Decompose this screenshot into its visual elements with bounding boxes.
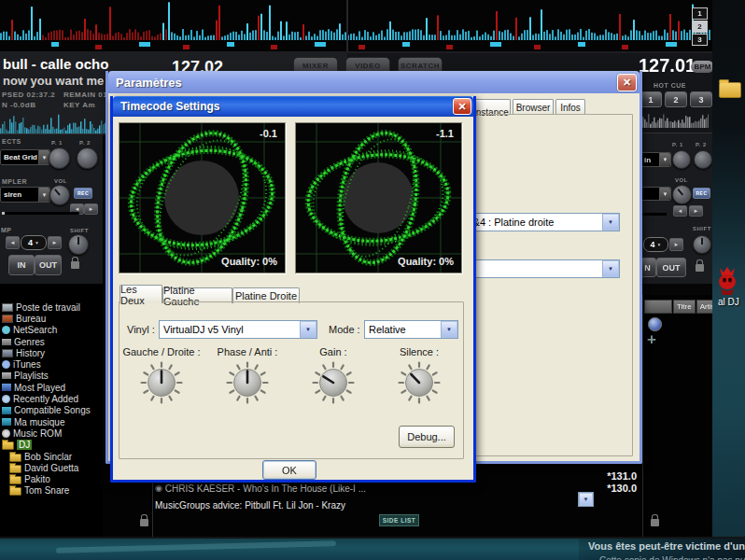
sidebar-item-label: iTunes — [13, 359, 41, 370]
prev-button[interactable]: ◄ — [673, 205, 687, 217]
sampler-dropdown[interactable]: siren▼ — [0, 187, 50, 203]
dropdown-arrow-icon[interactable]: ▼ — [38, 188, 49, 202]
deck-select-2[interactable]: 2 — [692, 21, 708, 33]
p2-knob[interactable] — [694, 150, 712, 169]
deck-select-1[interactable]: 1 — [692, 7, 708, 20]
loop-length[interactable]: 4▼ — [643, 237, 668, 252]
sidebar-item-bureau[interactable]: Bureau — [0, 313, 103, 324]
beat-waveform[interactable] — [0, 0, 711, 50]
loop-half-button[interactable]: ◄ — [6, 236, 20, 249]
loop-out-button[interactable]: OUT — [35, 255, 62, 275]
dropdown-arrow-icon[interactable]: ▼ — [579, 493, 593, 506]
loop-length[interactable]: 4▼ — [21, 235, 47, 250]
waveform-divider — [346, 0, 348, 51]
loop-double-button[interactable]: ► — [669, 238, 683, 251]
column-header-titre[interactable]: Titre — [673, 300, 696, 314]
loop-double-button[interactable]: ► — [48, 236, 62, 249]
sidebar-item-david-guetta[interactable]: David Guetta — [0, 462, 103, 473]
rec-button[interactable]: REC — [693, 188, 710, 199]
loop-in-button[interactable]: IN — [8, 255, 35, 275]
debug-button[interactable]: Debug... — [399, 426, 455, 448]
vol-knob[interactable] — [672, 185, 692, 204]
sidebar-item-dj[interactable]: DJ — [0, 440, 103, 451]
p1-knob[interactable] — [49, 147, 70, 169]
sidebar-item-music-rom[interactable]: Music ROM — [0, 427, 103, 439]
knob-control[interactable] — [226, 361, 269, 404]
hot-cue-2[interactable]: 2 — [665, 91, 687, 107]
tab-les-deux[interactable]: Les Deux — [119, 285, 162, 303]
vol-knob[interactable] — [49, 185, 70, 205]
p2-knob[interactable] — [77, 147, 98, 169]
sidebar-item-pakito[interactable]: Pakito — [0, 473, 103, 484]
desktop-icon — [2, 315, 13, 323]
shift-knob[interactable] — [68, 234, 89, 255]
sidebar-item-tom-snare[interactable]: Tom Snare — [0, 485, 103, 497]
dropdown-arrow-icon[interactable]: ▼ — [441, 321, 457, 338]
lock-icon[interactable] — [696, 264, 704, 272]
loop-out-button[interactable]: OUT — [656, 258, 686, 277]
netsearch-globe-icon[interactable] — [648, 317, 662, 331]
virtualdj-shortcut-icon[interactable] — [714, 264, 740, 296]
sampler-slider[interactable] — [2, 212, 79, 215]
ok-button[interactable]: OK — [262, 460, 316, 480]
sidebar-item-ma-musique[interactable]: Ma musique — [0, 416, 103, 427]
dropdown-arrow-icon[interactable]: ▼ — [602, 214, 619, 231]
sampler-slider[interactable] — [640, 213, 667, 216]
lock-icon[interactable] — [71, 261, 79, 269]
genre-icon — [2, 339, 11, 345]
vinyl-dropdown[interactable]: VirtualDJ v5 Vinyl ▼ — [159, 320, 317, 339]
lock-icon[interactable] — [651, 519, 659, 526]
deck-select-3[interactable]: 3 — [692, 34, 708, 46]
effects-dropdown[interactable]: in▼ — [640, 152, 671, 167]
left-deck-controls: ECTS P. 1 P. 2 Beat Grid▼ MPLER VOL sire… — [0, 133, 103, 284]
next-button[interactable]: ► — [84, 203, 98, 215]
knob-control[interactable] — [140, 361, 183, 404]
tab-infos[interactable]: Infos — [555, 99, 585, 115]
sidebar-item-bob-sinclar[interactable]: Bob Sinclar — [0, 451, 103, 462]
loop-section-label: MP — [1, 227, 12, 233]
sidebar-item-genres[interactable]: Genres — [0, 336, 103, 347]
sidebar-item-label: Poste de travail — [16, 302, 80, 313]
sidebar-item-compatible-songs[interactable]: Compatible Songs — [0, 405, 103, 416]
dropdown-arrow-icon[interactable]: ▼ — [602, 260, 619, 277]
close-icon[interactable]: ✕ — [617, 74, 637, 91]
sidebar-item-most-played[interactable]: Most Played — [0, 382, 103, 393]
sidebar-item-recently-added[interactable]: Recently Added — [0, 393, 103, 404]
close-icon[interactable]: ✕ — [453, 98, 471, 115]
dropdown-arrow-icon[interactable]: ▼ — [659, 188, 670, 200]
tab-browser[interactable]: Browser — [513, 99, 554, 115]
lock-icon[interactable] — [140, 519, 148, 526]
knob-control[interactable] — [312, 361, 355, 404]
dropdown-arrow-icon[interactable]: ▼ — [657, 242, 662, 247]
sidebar-item-netsearch[interactable]: NetSearch — [0, 325, 103, 336]
knob-control[interactable] — [398, 361, 441, 404]
sidebar-item-poste-de-travail[interactable]: Poste de travail — [0, 301, 103, 313]
parametres-titlebar[interactable]: Paramètres ✕ — [108, 71, 640, 93]
dropdown-arrow-icon[interactable]: ▼ — [35, 240, 39, 245]
track-overview-right[interactable] — [642, 111, 709, 129]
dropdown-arrow-icon[interactable]: ▼ — [300, 321, 316, 338]
side-list-button[interactable]: SIDE LIST — [379, 514, 419, 526]
mode-dropdown[interactable]: Relative ▼ — [364, 320, 458, 339]
sidebar-item-history[interactable]: History — [0, 347, 103, 358]
tab-instance[interactable]: -Instance — [472, 99, 511, 115]
desktop-folder-icon[interactable] — [719, 82, 741, 98]
track-row[interactable]: ◉CHRIS KAESER - Who's In The House (Like… — [155, 483, 644, 496]
sidebar-item-playlists[interactable]: Playlists — [0, 371, 103, 382]
shortcut-label[interactable]: al DJ — [718, 297, 739, 307]
sampler-dropdown[interactable]: ▼ — [640, 187, 671, 201]
sidebar-item-itunes[interactable]: iTunes — [0, 358, 103, 370]
add-track-plus-icon[interactable]: + — [647, 331, 656, 347]
rec-button[interactable]: REC — [74, 188, 92, 199]
p1-knob[interactable] — [672, 150, 691, 169]
effects-dropdown[interactable]: Beat Grid▼ — [0, 149, 50, 165]
shift-knob[interactable] — [693, 235, 711, 254]
sidebar-item-label: Recently Added — [13, 394, 78, 404]
dropdown-arrow-icon[interactable]: ▼ — [659, 153, 670, 166]
slider-thumb[interactable] — [2, 212, 5, 215]
hot-cue-1[interactable]: 1 — [640, 91, 662, 107]
next-button[interactable]: ► — [689, 205, 703, 217]
hot-cue-3[interactable]: 3 — [690, 91, 712, 107]
bpm-sort-dropdown[interactable]: ▼ — [578, 492, 592, 505]
timecode-titlebar[interactable]: Timecode Settings ✕ — [113, 96, 473, 117]
